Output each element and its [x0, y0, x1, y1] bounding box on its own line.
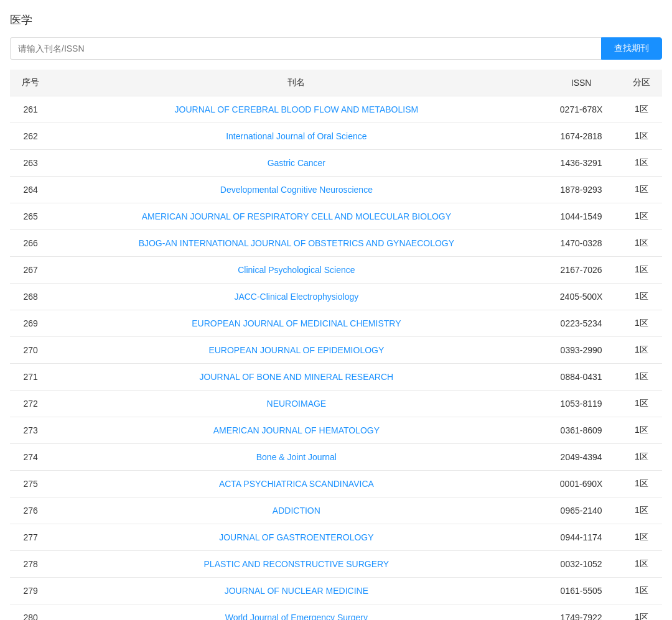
- cell-zone: 1区: [621, 150, 662, 177]
- cell-journal-name[interactable]: JOURNAL OF NUCLEAR MEDICINE: [51, 578, 541, 604]
- cell-seq: 263: [10, 150, 51, 177]
- page-title: 医学: [10, 12, 662, 27]
- table-row: 263Gastric Cancer1436-32911区: [10, 150, 662, 177]
- col-seq: 序号: [10, 70, 51, 96]
- cell-issn: 1878-9293: [541, 177, 620, 203]
- cell-issn: 0393-2990: [541, 337, 620, 364]
- cell-journal-name[interactable]: Bone & Joint Journal: [51, 444, 541, 471]
- cell-issn: 0161-5505: [541, 578, 620, 604]
- cell-seq: 280: [10, 604, 51, 621]
- search-bar: 查找期刊: [10, 37, 662, 60]
- cell-seq: 279: [10, 578, 51, 604]
- cell-zone: 1区: [621, 284, 662, 310]
- table-body: 261JOURNAL OF CEREBRAL BLOOD FLOW AND ME…: [10, 96, 662, 621]
- cell-issn: 0361-8609: [541, 417, 620, 444]
- cell-journal-name[interactable]: JACC-Clinical Electrophysiology: [51, 284, 541, 310]
- cell-journal-name[interactable]: EUROPEAN JOURNAL OF MEDICINAL CHEMISTRY: [51, 310, 541, 337]
- cell-seq: 278: [10, 551, 51, 578]
- cell-seq: 274: [10, 444, 51, 471]
- cell-journal-name[interactable]: NEUROIMAGE: [51, 391, 541, 417]
- cell-seq: 269: [10, 310, 51, 337]
- cell-zone: 1区: [621, 230, 662, 257]
- cell-zone: 1区: [621, 123, 662, 150]
- cell-zone: 1区: [621, 203, 662, 230]
- cell-zone: 1区: [621, 471, 662, 497]
- cell-seq: 266: [10, 230, 51, 257]
- cell-journal-name[interactable]: World Journal of Emergency Surgery: [51, 604, 541, 621]
- cell-seq: 267: [10, 257, 51, 284]
- cell-journal-name[interactable]: Developmental Cognitive Neuroscience: [51, 177, 541, 203]
- cell-seq: 262: [10, 123, 51, 150]
- col-name: 刊名: [51, 70, 541, 96]
- cell-journal-name[interactable]: BJOG-AN INTERNATIONAL JOURNAL OF OBSTETR…: [51, 230, 541, 257]
- cell-zone: 1区: [621, 96, 662, 123]
- cell-journal-name[interactable]: Gastric Cancer: [51, 150, 541, 177]
- table-header-row: 序号 刊名 ISSN 分区: [10, 70, 662, 96]
- cell-journal-name[interactable]: AMERICAN JOURNAL OF HEMATOLOGY: [51, 417, 541, 444]
- table-row: 278PLASTIC AND RECONSTRUCTIVE SURGERY003…: [10, 551, 662, 578]
- cell-seq: 273: [10, 417, 51, 444]
- cell-issn: 2405-500X: [541, 284, 620, 310]
- table-row: 271JOURNAL OF BONE AND MINERAL RESEARCH0…: [10, 364, 662, 391]
- cell-zone: 1区: [621, 578, 662, 604]
- cell-seq: 270: [10, 337, 51, 364]
- cell-zone: 1区: [621, 524, 662, 551]
- cell-issn: 1470-0328: [541, 230, 620, 257]
- table-row: 272NEUROIMAGE1053-81191区: [10, 391, 662, 417]
- col-issn: ISSN: [541, 70, 620, 96]
- cell-zone: 1区: [621, 391, 662, 417]
- cell-seq: 268: [10, 284, 51, 310]
- table-header: 序号 刊名 ISSN 分区: [10, 70, 662, 96]
- table-row: 265AMERICAN JOURNAL OF RESPIRATORY CELL …: [10, 203, 662, 230]
- cell-zone: 1区: [621, 604, 662, 621]
- cell-issn: 0223-5234: [541, 310, 620, 337]
- cell-journal-name[interactable]: ADDICTION: [51, 497, 541, 524]
- table-row: 268JACC-Clinical Electrophysiology2405-5…: [10, 284, 662, 310]
- table-row: 280World Journal of Emergency Surgery174…: [10, 604, 662, 621]
- table-row: 273AMERICAN JOURNAL OF HEMATOLOGY0361-86…: [10, 417, 662, 444]
- cell-journal-name[interactable]: Clinical Psychological Science: [51, 257, 541, 284]
- cell-zone: 1区: [621, 364, 662, 391]
- table-row: 262International Journal of Oral Science…: [10, 123, 662, 150]
- cell-zone: 1区: [621, 257, 662, 284]
- cell-seq: 276: [10, 497, 51, 524]
- cell-issn: 0271-678X: [541, 96, 620, 123]
- cell-seq: 275: [10, 471, 51, 497]
- cell-journal-name[interactable]: AMERICAN JOURNAL OF RESPIRATORY CELL AND…: [51, 203, 541, 230]
- cell-issn: 2167-7026: [541, 257, 620, 284]
- table-row: 275ACTA PSYCHIATRICA SCANDINAVICA0001-69…: [10, 471, 662, 497]
- cell-zone: 1区: [621, 177, 662, 203]
- table-row: 279JOURNAL OF NUCLEAR MEDICINE0161-55051…: [10, 578, 662, 604]
- col-zone: 分区: [621, 70, 662, 96]
- cell-issn: 1674-2818: [541, 123, 620, 150]
- cell-issn: 1044-1549: [541, 203, 620, 230]
- cell-issn: 2049-4394: [541, 444, 620, 471]
- search-input[interactable]: [10, 37, 601, 60]
- cell-journal-name[interactable]: JOURNAL OF CEREBRAL BLOOD FLOW AND METAB…: [51, 96, 541, 123]
- cell-issn: 1436-3291: [541, 150, 620, 177]
- search-button[interactable]: 查找期刊: [601, 37, 662, 60]
- table-row: 266BJOG-AN INTERNATIONAL JOURNAL OF OBST…: [10, 230, 662, 257]
- table-row: 267Clinical Psychological Science2167-70…: [10, 257, 662, 284]
- cell-zone: 1区: [621, 497, 662, 524]
- cell-zone: 1区: [621, 310, 662, 337]
- cell-journal-name[interactable]: International Journal of Oral Science: [51, 123, 541, 150]
- cell-issn: 0884-0431: [541, 364, 620, 391]
- cell-zone: 1区: [621, 337, 662, 364]
- table-row: 270EUROPEAN JOURNAL OF EPIDEMIOLOGY0393-…: [10, 337, 662, 364]
- cell-zone: 1区: [621, 417, 662, 444]
- cell-zone: 1区: [621, 551, 662, 578]
- cell-journal-name[interactable]: ACTA PSYCHIATRICA SCANDINAVICA: [51, 471, 541, 497]
- cell-journal-name[interactable]: JOURNAL OF GASTROENTEROLOGY: [51, 524, 541, 551]
- cell-seq: 261: [10, 96, 51, 123]
- table-row: 274Bone & Joint Journal2049-43941区: [10, 444, 662, 471]
- cell-journal-name[interactable]: EUROPEAN JOURNAL OF EPIDEMIOLOGY: [51, 337, 541, 364]
- cell-issn: 0965-2140: [541, 497, 620, 524]
- cell-journal-name[interactable]: PLASTIC AND RECONSTRUCTIVE SURGERY: [51, 551, 541, 578]
- cell-seq: 272: [10, 391, 51, 417]
- cell-zone: 1区: [621, 444, 662, 471]
- cell-journal-name[interactable]: JOURNAL OF BONE AND MINERAL RESEARCH: [51, 364, 541, 391]
- journal-table: 序号 刊名 ISSN 分区 261JOURNAL OF CEREBRAL BLO…: [10, 70, 662, 620]
- cell-issn: 0001-690X: [541, 471, 620, 497]
- table-row: 261JOURNAL OF CEREBRAL BLOOD FLOW AND ME…: [10, 96, 662, 123]
